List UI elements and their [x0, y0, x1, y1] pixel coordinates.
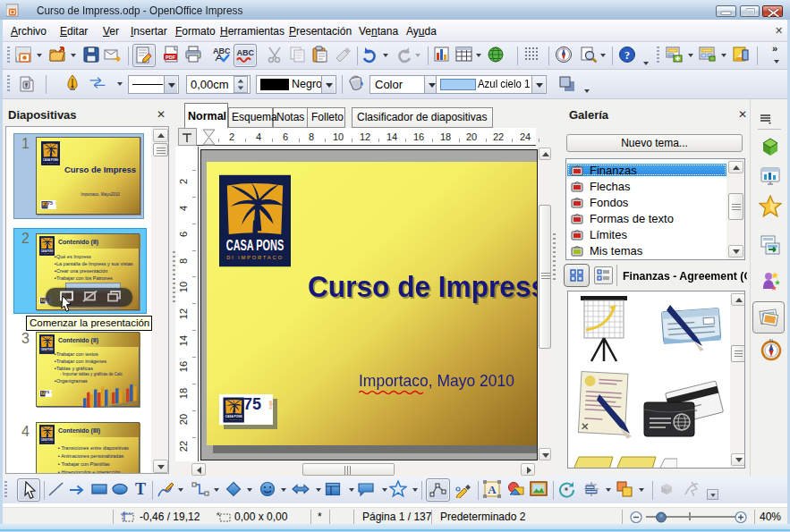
svg-text:?: ? [624, 49, 630, 62]
svg-text:PDF: PDF [166, 55, 176, 60]
svg-text:T: T [135, 480, 146, 497]
svg-text:N: N [769, 338, 773, 343]
svg-text:A: A [488, 483, 497, 496]
svg-text:ABC: ABC [213, 46, 230, 55]
svg-text:ABC: ABC [237, 48, 255, 57]
